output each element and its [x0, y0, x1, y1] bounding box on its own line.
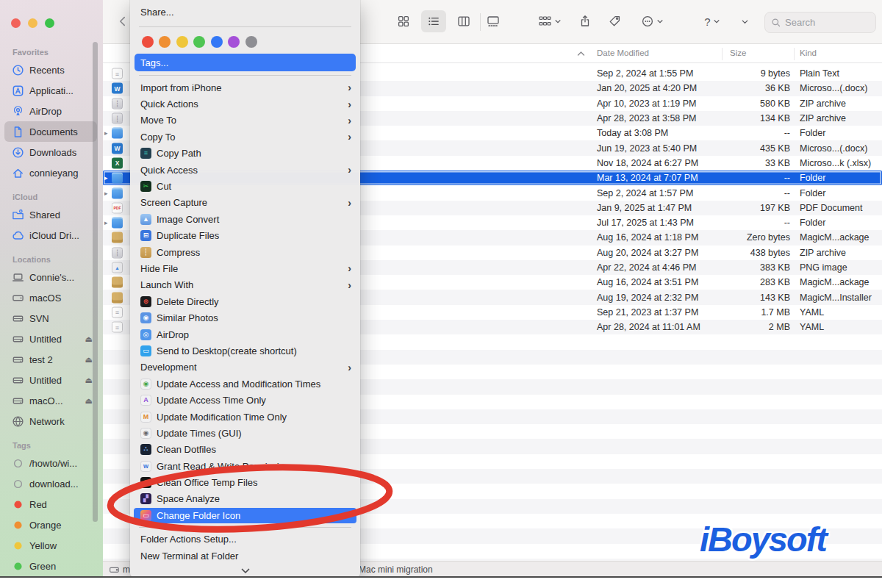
back-button[interactable]: [114, 10, 132, 32]
menu-item-clean-office-temp-files[interactable]: ◎Clean Office Temp Files: [130, 474, 360, 490]
sidebar-item-test-2[interactable]: test 2⏏: [4, 349, 97, 370]
menu-item-delete-directly[interactable]: ⊗Delete Directly: [130, 293, 360, 309]
close-window-button[interactable]: [11, 18, 21, 28]
view-columns-button[interactable]: [451, 10, 476, 32]
menu-item-folder-actions-setup[interactable]: Folder Actions Setup...: [130, 531, 360, 548]
tag-color-dot[interactable]: [228, 36, 240, 48]
view-gallery-button[interactable]: [481, 10, 506, 32]
tag-color-dot[interactable]: [193, 36, 205, 48]
menu-item-image-convert[interactable]: ▲Image Convert: [130, 211, 360, 227]
tag-color-dot[interactable]: [211, 36, 223, 48]
menu-item-tags[interactable]: Tags...: [130, 53, 360, 72]
sidebar-item-documents[interactable]: Documents: [4, 121, 97, 142]
search-input[interactable]: [785, 17, 866, 28]
sidebar-item-applicati[interactable]: Applicati...: [4, 80, 97, 101]
sidebar-item-howto-wi[interactable]: /howto/wi...: [4, 453, 97, 473]
column-separator[interactable]: [722, 48, 723, 60]
menu-item-new-terminal-at-folder[interactable]: New Terminal at Folder: [130, 548, 360, 564]
eject-icon[interactable]: ⏏: [85, 355, 93, 365]
sidebar-item-svn[interactable]: SVN: [4, 308, 97, 329]
view-list-button[interactable]: [421, 10, 446, 32]
menu-item-development[interactable]: Development›: [130, 359, 360, 376]
file-date-modified: Nov 18, 2024 at 6:27 PM: [597, 158, 698, 168]
sidebar-item-red[interactable]: Red: [4, 494, 97, 514]
menu-item-compress[interactable]: ┆Compress: [130, 244, 360, 260]
path-bar-current-folder[interactable]: Mac mini migration: [359, 564, 433, 575]
menu-item-clean-dotfiles[interactable]: ∴Clean Dotfiles: [130, 442, 360, 458]
sidebar-item-macos[interactable]: macOS: [4, 287, 97, 308]
column-header-kind[interactable]: Kind: [800, 49, 817, 57]
tag-color-dot[interactable]: [142, 36, 154, 48]
menu-item-quick-actions[interactable]: Quick Actions›: [130, 96, 360, 112]
column-header-size[interactable]: Size: [730, 49, 746, 57]
file-size: 143 KB: [760, 293, 790, 303]
menu-item-share[interactable]: Share...: [130, 0, 360, 24]
menu-scroll-more[interactable]: [130, 564, 360, 578]
sidebar-item-downloads[interactable]: Downloads: [4, 142, 97, 162]
file-size: Zero bytes: [747, 232, 790, 243]
menu-item-grant-read-write-permissions[interactable]: wGrant Read & Write Permissions: [130, 458, 360, 474]
share-button[interactable]: [574, 10, 596, 32]
menu-item-duplicate-files[interactable]: ⊞Duplicate Files: [130, 228, 360, 244]
column-header-date-modified[interactable]: Date Modified: [597, 49, 649, 57]
menu-item-copy-to[interactable]: Copy To›: [130, 129, 360, 145]
sidebar-section-favorites: FavoritesRecentsApplicati...AirDropDocum…: [0, 38, 103, 183]
sidebar-item-connie-s[interactable]: Connie's...: [4, 267, 97, 287]
eject-icon[interactable]: ⏏: [85, 396, 93, 406]
tag-color-dot[interactable]: [245, 36, 257, 48]
menu-item-hide-file[interactable]: Hide File›: [130, 260, 360, 276]
sidebar-item-connieyang[interactable]: connieyang: [4, 162, 97, 183]
tag-color-dot[interactable]: [159, 36, 171, 48]
zoom-window-button[interactable]: [45, 18, 54, 28]
menu-item-move-to[interactable]: Move To›: [130, 112, 360, 129]
file-date-modified: Jul 17, 2025 at 1:43 PM: [597, 218, 694, 228]
help-button[interactable]: ?: [697, 10, 728, 32]
sidebar-item-airdrop[interactable]: AirDrop: [4, 101, 97, 121]
menu-item-airdrop[interactable]: ◎AirDrop: [130, 326, 360, 343]
sidebar-item-untitled[interactable]: Untitled⏏: [4, 370, 97, 390]
menu-item-copy-path[interactable]: ≡Copy Path: [130, 146, 360, 162]
sidebar-item-network[interactable]: Network: [4, 411, 97, 431]
eject-icon[interactable]: ⏏: [85, 334, 93, 344]
menu-item-screen-capture[interactable]: Screen Capture›: [130, 195, 360, 211]
menu-item-space-analyze[interactable]: ▞Space Analyze: [130, 491, 360, 507]
menu-item-import-from-iphone[interactable]: Import from iPhone›: [130, 79, 360, 96]
menu-item-update-access-time-only[interactable]: AUpdate Access Time Only: [130, 392, 360, 408]
menu-item-launch-with[interactable]: Launch With›: [130, 277, 360, 293]
sidebar-item-maco[interactable]: macO...⏏: [4, 390, 97, 411]
disclosure-triangle-icon[interactable]: ▸: [104, 219, 108, 226]
disclosure-triangle-icon[interactable]: ▸: [104, 190, 108, 197]
sort-chevron-up-icon[interactable]: [577, 51, 585, 57]
tag-color-dot[interactable]: [176, 36, 188, 48]
tags-button[interactable]: [603, 10, 625, 32]
menu-item-update-access-and-modification-times[interactable]: ◉Update Access and Modification Times: [130, 376, 360, 392]
search-field[interactable]: [764, 12, 876, 33]
sidebar-item-untitled[interactable]: Untitled⏏: [4, 329, 97, 349]
menu-item-update-times-gui[interactable]: ◉Update Times (GUI): [130, 425, 360, 441]
toolbar-overflow-button[interactable]: [736, 10, 753, 32]
sidebar-item-shared[interactable]: Shared: [4, 204, 97, 225]
sidebar-item-yellow[interactable]: Yellow: [4, 535, 97, 556]
minimize-window-button[interactable]: [28, 18, 37, 28]
sidebar-item-download[interactable]: download...: [4, 473, 97, 494]
sidebar-scrollbar[interactable]: [93, 42, 98, 522]
sidebar-item-recents[interactable]: Recents: [4, 60, 97, 80]
menu-item-update-modification-time-only[interactable]: MUpdate Modification Time Only: [130, 409, 360, 425]
menu-item-similar-photos[interactable]: ◉Similar Photos: [130, 309, 360, 326]
disclosure-triangle-icon[interactable]: ▸: [104, 129, 108, 137]
disclosure-triangle-icon[interactable]: ▸: [104, 174, 108, 182]
group-by-button[interactable]: [533, 10, 567, 32]
sidebar-item-green[interactable]: Green: [4, 556, 97, 576]
grant-rw-icon: w: [140, 461, 151, 472]
column-separator[interactable]: [794, 48, 795, 60]
eject-icon[interactable]: ⏏: [85, 376, 93, 385]
view-grid-button[interactable]: [391, 10, 416, 32]
menu-item-cut[interactable]: ✂Cut: [130, 178, 360, 194]
file-kind: Folder: [800, 173, 825, 183]
menu-item-quick-access[interactable]: Quick Access›: [130, 162, 360, 178]
more-actions-button[interactable]: [635, 10, 669, 32]
sidebar-item-icloud-dri[interactable]: iCloud Dri...: [4, 225, 97, 245]
sidebar-item-orange[interactable]: Orange: [4, 514, 97, 535]
menu-item-change-folder-icon[interactable]: ▭Change Folder Icon: [130, 507, 360, 523]
menu-item-send-to-desktop-create-shortcut[interactable]: ▭Send to Desktop(create shortcut): [130, 343, 360, 359]
